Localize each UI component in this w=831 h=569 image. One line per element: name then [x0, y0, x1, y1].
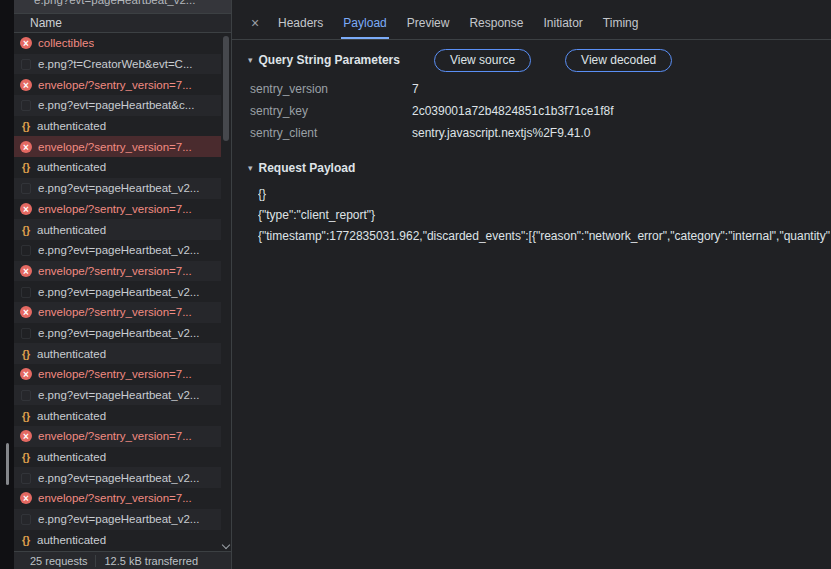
network-request-row[interactable]: e.png?evt=pageHeartbeat_v2...	[14, 323, 222, 344]
tab-label: Payload	[343, 16, 386, 30]
param-value: 7	[412, 82, 419, 96]
section-title: Query String Parameters	[259, 53, 400, 67]
list-scrollbar[interactable]	[221, 33, 231, 551]
file-icon	[21, 473, 31, 484]
network-request-row[interactable]: envelope/?sentry_version=7...	[14, 136, 222, 157]
error-icon	[20, 265, 32, 277]
error-icon	[20, 37, 32, 49]
request-name-label: e.png?evt=pageHeartbeat_v2...	[38, 286, 199, 298]
network-request-row[interactable]: e.png?t=CreatorWeb&evt=C...	[14, 54, 222, 75]
tab-timing[interactable]: Timing	[593, 6, 649, 39]
request-name-label: e.png?evt=pageHeartbeat_v2...	[38, 327, 199, 339]
file-icon	[21, 328, 31, 339]
file-icon	[21, 183, 31, 194]
param-row: sentry_version 7	[250, 78, 831, 100]
request-name-label: envelope/?sentry_version=7...	[38, 265, 192, 277]
param-row: sentry_key 2c039001a72b4824851c1b3f71ce1…	[250, 100, 831, 122]
request-name-label: authenticated	[37, 534, 106, 546]
error-icon	[20, 492, 32, 504]
request-name-label: authenticated	[37, 410, 106, 422]
file-icon	[21, 245, 31, 256]
json-icon	[19, 223, 33, 237]
transferred-size: 12.5 kB transferred	[96, 555, 206, 567]
network-request-row[interactable]: authenticated	[14, 530, 222, 551]
network-request-row[interactable]: envelope/?sentry_version=7...	[14, 74, 222, 95]
request-name-label: envelope/?sentry_version=7...	[38, 141, 192, 153]
network-request-row[interactable]: envelope/?sentry_version=7...	[14, 199, 222, 220]
close-icon[interactable]: ×	[242, 15, 268, 31]
tab-headers[interactable]: Headers	[268, 6, 333, 39]
error-icon	[20, 368, 32, 380]
file-icon	[21, 59, 31, 70]
network-request-row[interactable]: collectibles	[14, 33, 222, 54]
detail-tab-bar: × Headers Payload Preview Response Initi…	[232, 0, 831, 40]
network-request-row[interactable]: authenticated	[14, 116, 222, 137]
request-name-label: e.png?evt=pageHeartbeat_v2...	[38, 472, 199, 484]
error-icon	[20, 203, 32, 215]
param-value: sentry.javascript.nextjs%2F9.41.0	[412, 126, 591, 140]
param-key: sentry_client	[250, 126, 412, 140]
error-icon	[20, 430, 32, 442]
network-request-row[interactable]: e.png?evt=pageHeartbeat_v2...	[14, 178, 222, 199]
network-request-row[interactable]: e.png?evt=pageHeartbeat_v2...	[14, 281, 222, 302]
tab-payload[interactable]: Payload	[333, 6, 396, 39]
request-name-label: envelope/?sentry_version=7...	[38, 368, 192, 380]
devtools-network-panel: e.png?evt=pageHeartbeat_v2... Name colle…	[0, 0, 831, 569]
request-name-label: e.png?evt=pageHeartbeat_v2...	[38, 513, 199, 525]
payload-line: {"type":"client_report"}	[258, 205, 830, 226]
network-request-row[interactable]: e.png?evt=pageHeartbeat_v2...	[14, 467, 222, 488]
view-decoded-button[interactable]: View decoded	[565, 49, 672, 72]
request-name-label: e.png?t=CreatorWeb&evt=C...	[38, 58, 193, 70]
request-count: 25 requests	[14, 555, 95, 567]
network-request-row[interactable]: authenticated	[14, 219, 222, 240]
network-request-row[interactable]: e.png?evt=pageHeartbeat_v2...	[14, 240, 222, 261]
network-request-row[interactable]: e.png?evt=pageHeartbeat_v2...	[14, 509, 222, 530]
request-name-label: authenticated	[37, 224, 106, 236]
network-request-row[interactable]: authenticated	[14, 343, 222, 364]
network-request-row[interactable]: envelope/?sentry_version=7...	[14, 364, 222, 385]
tab-label: Initiator	[543, 16, 582, 30]
request-name-label: authenticated	[37, 348, 106, 360]
request-name-label: envelope/?sentry_version=7...	[38, 306, 192, 318]
tab-label: Timing	[603, 16, 639, 30]
request-name-label: authenticated	[37, 451, 106, 463]
param-key: sentry_key	[250, 104, 412, 118]
request-name-label: collectibles	[38, 37, 94, 49]
payload-line: {}	[258, 184, 830, 205]
request-name-label: e.png?evt=pageHeartbeat_v2...	[38, 182, 199, 194]
network-request-row[interactable]: authenticated	[14, 405, 222, 426]
param-value: 2c039001a72b4824851c1b3f71ce1f8f	[412, 104, 614, 118]
payload-line: {"timestamp":1772835031.962,"discarded_e…	[258, 226, 830, 247]
json-icon	[19, 533, 33, 547]
network-request-row[interactable]: envelope/?sentry_version=7...	[14, 261, 222, 282]
network-request-row[interactable]: envelope/?sentry_version=7...	[14, 488, 222, 509]
tab-response[interactable]: Response	[459, 6, 533, 39]
json-icon	[19, 409, 33, 423]
network-request-row[interactable]: authenticated	[14, 157, 222, 178]
payload-content: ▾ Query String Parameters View source Vi…	[232, 40, 831, 247]
tab-label: Preview	[407, 16, 450, 30]
network-request-row[interactable]: e.png?evt=pageHeartbeat&c...	[14, 95, 222, 116]
request-name-label: envelope/?sentry_version=7...	[38, 79, 192, 91]
clipped-request-row[interactable]: e.png?evt=pageHeartbeat_v2...	[14, 0, 231, 13]
tab-preview[interactable]: Preview	[397, 6, 460, 39]
param-key: sentry_version	[250, 82, 412, 96]
network-request-row[interactable]: envelope/?sentry_version=7...	[14, 302, 222, 323]
file-icon	[21, 100, 31, 111]
network-request-list-panel: e.png?evt=pageHeartbeat_v2... Name colle…	[14, 0, 232, 569]
network-request-row[interactable]: authenticated	[14, 447, 222, 468]
view-source-button[interactable]: View source	[434, 49, 531, 72]
page-scrollbar-thumb[interactable]	[6, 443, 9, 485]
network-request-row[interactable]: e.png?evt=pageHeartbeat_v2...	[14, 385, 222, 406]
network-request-rows: collectibles e.png?t=CreatorWeb&evt=C...…	[14, 33, 222, 551]
request-name-label: e.png?evt=pageHeartbeat_v2...	[38, 389, 199, 401]
disclosure-triangle-icon[interactable]: ▾	[248, 163, 253, 173]
list-scrollbar-thumb[interactable]	[223, 36, 229, 141]
page-background-strip	[0, 0, 14, 569]
disclosure-triangle-icon[interactable]: ▾	[248, 55, 253, 65]
tab-initiator[interactable]: Initiator	[533, 6, 592, 39]
name-column-header[interactable]: Name	[14, 13, 231, 33]
network-request-row[interactable]: envelope/?sentry_version=7...	[14, 426, 222, 447]
scroll-down-arrow-icon[interactable]	[222, 541, 230, 549]
query-string-parameters-section-header: ▾ Query String Parameters View source Vi…	[248, 52, 831, 68]
